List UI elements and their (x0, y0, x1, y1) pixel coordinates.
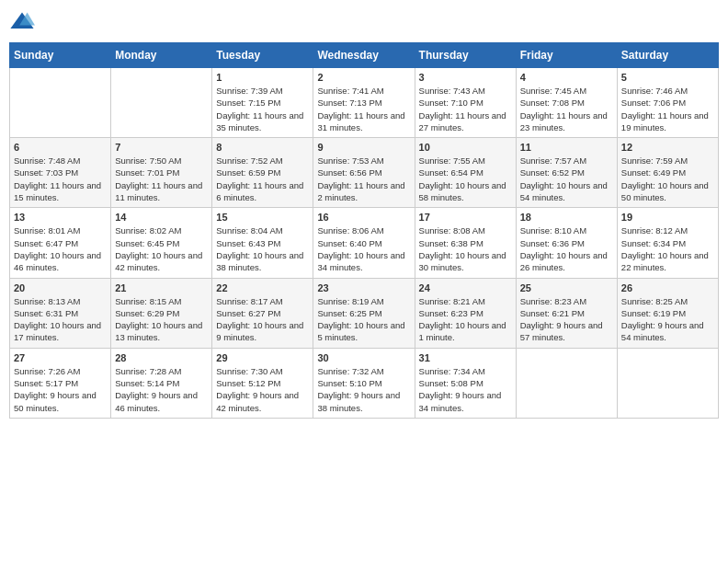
day-info: Sunrise: 8:25 AM Sunset: 6:19 PM Dayligh… (621, 295, 714, 344)
calendar-cell: 21Sunrise: 8:15 AM Sunset: 6:29 PM Dayli… (111, 278, 212, 348)
calendar-week-row: 20Sunrise: 8:13 AM Sunset: 6:31 PM Dayli… (10, 278, 719, 348)
day-number: 26 (621, 282, 714, 293)
day-number: 2 (317, 72, 410, 83)
day-number: 6 (14, 142, 107, 153)
weekday-header: Tuesday (212, 43, 313, 68)
day-number: 14 (115, 212, 208, 223)
weekday-header: Sunday (10, 43, 111, 68)
day-number: 7 (115, 142, 208, 153)
calendar-cell: 13Sunrise: 8:01 AM Sunset: 6:47 PM Dayli… (10, 208, 111, 278)
calendar-cell (516, 348, 617, 418)
day-number: 28 (115, 352, 208, 363)
day-number: 24 (419, 282, 512, 293)
calendar-cell: 22Sunrise: 8:17 AM Sunset: 6:27 PM Dayli… (212, 278, 313, 348)
page-header (9, 9, 719, 35)
day-info: Sunrise: 7:30 AM Sunset: 5:12 PM Dayligh… (216, 365, 309, 414)
weekday-header: Thursday (415, 43, 516, 68)
day-number: 17 (419, 212, 512, 223)
calendar-cell: 4Sunrise: 7:45 AM Sunset: 7:08 PM Daylig… (516, 68, 617, 138)
day-info: Sunrise: 7:57 AM Sunset: 6:52 PM Dayligh… (520, 155, 613, 203)
day-info: Sunrise: 8:17 AM Sunset: 6:27 PM Dayligh… (216, 295, 309, 344)
day-info: Sunrise: 7:55 AM Sunset: 6:54 PM Dayligh… (419, 155, 512, 203)
day-info: Sunrise: 8:12 AM Sunset: 6:34 PM Dayligh… (621, 224, 714, 273)
day-number: 13 (14, 212, 107, 223)
calendar-cell (111, 68, 212, 138)
day-number: 16 (317, 212, 410, 223)
day-info: Sunrise: 7:32 AM Sunset: 5:10 PM Dayligh… (317, 365, 410, 414)
day-number: 31 (419, 352, 512, 363)
calendar-cell: 27Sunrise: 7:26 AM Sunset: 5:17 PM Dayli… (10, 348, 111, 418)
day-number: 15 (216, 212, 309, 223)
calendar-cell: 14Sunrise: 8:02 AM Sunset: 6:45 PM Dayli… (111, 208, 212, 278)
calendar-cell (10, 68, 111, 138)
day-info: Sunrise: 8:10 AM Sunset: 6:36 PM Dayligh… (520, 224, 613, 273)
day-number: 21 (115, 282, 208, 293)
calendar-week-row: 27Sunrise: 7:26 AM Sunset: 5:17 PM Dayli… (10, 348, 719, 418)
calendar-cell: 2Sunrise: 7:41 AM Sunset: 7:13 PM Daylig… (313, 68, 415, 138)
calendar-week-row: 13Sunrise: 8:01 AM Sunset: 6:47 PM Dayli… (10, 208, 719, 278)
day-number: 3 (419, 72, 512, 83)
day-number: 18 (520, 212, 613, 223)
calendar-cell: 28Sunrise: 7:28 AM Sunset: 5:14 PM Dayli… (111, 348, 212, 418)
day-number: 9 (317, 142, 410, 153)
day-info: Sunrise: 8:15 AM Sunset: 6:29 PM Dayligh… (115, 295, 208, 344)
day-number: 5 (621, 72, 714, 83)
calendar-cell: 24Sunrise: 8:21 AM Sunset: 6:23 PM Dayli… (415, 278, 516, 348)
calendar-cell: 6Sunrise: 7:48 AM Sunset: 7:03 PM Daylig… (10, 138, 111, 208)
calendar-cell: 10Sunrise: 7:55 AM Sunset: 6:54 PM Dayli… (415, 138, 516, 208)
day-number: 1 (216, 72, 309, 83)
calendar-cell: 19Sunrise: 8:12 AM Sunset: 6:34 PM Dayli… (617, 208, 718, 278)
day-number: 8 (216, 142, 309, 153)
calendar-week-row: 6Sunrise: 7:48 AM Sunset: 7:03 PM Daylig… (10, 138, 719, 208)
day-info: Sunrise: 7:41 AM Sunset: 7:13 PM Dayligh… (317, 85, 410, 133)
day-info: Sunrise: 7:28 AM Sunset: 5:14 PM Dayligh… (115, 365, 208, 414)
day-number: 23 (317, 282, 410, 293)
day-info: Sunrise: 8:02 AM Sunset: 6:45 PM Dayligh… (115, 224, 208, 273)
day-info: Sunrise: 7:39 AM Sunset: 7:15 PM Dayligh… (216, 85, 309, 133)
logo-icon (9, 9, 35, 35)
calendar-header-row: SundayMondayTuesdayWednesdayThursdayFrid… (10, 43, 719, 68)
day-info: Sunrise: 8:06 AM Sunset: 6:40 PM Dayligh… (317, 224, 410, 273)
day-number: 27 (14, 352, 107, 363)
day-info: Sunrise: 7:59 AM Sunset: 6:49 PM Dayligh… (621, 155, 714, 203)
calendar-cell: 30Sunrise: 7:32 AM Sunset: 5:10 PM Dayli… (313, 348, 415, 418)
weekday-header: Friday (516, 43, 617, 68)
calendar-cell: 1Sunrise: 7:39 AM Sunset: 7:15 PM Daylig… (212, 68, 313, 138)
weekday-header: Wednesday (313, 43, 415, 68)
calendar-cell: 29Sunrise: 7:30 AM Sunset: 5:12 PM Dayli… (212, 348, 313, 418)
day-info: Sunrise: 8:21 AM Sunset: 6:23 PM Dayligh… (419, 295, 512, 344)
day-number: 19 (621, 212, 714, 223)
day-info: Sunrise: 7:43 AM Sunset: 7:10 PM Dayligh… (419, 85, 512, 133)
day-info: Sunrise: 7:45 AM Sunset: 7:08 PM Dayligh… (520, 85, 613, 133)
weekday-header: Monday (111, 43, 212, 68)
day-info: Sunrise: 8:01 AM Sunset: 6:47 PM Dayligh… (14, 224, 107, 273)
calendar-cell: 25Sunrise: 8:23 AM Sunset: 6:21 PM Dayli… (516, 278, 617, 348)
calendar-cell: 23Sunrise: 8:19 AM Sunset: 6:25 PM Dayli… (313, 278, 415, 348)
logo (9, 9, 39, 35)
day-number: 30 (317, 352, 410, 363)
calendar-cell: 18Sunrise: 8:10 AM Sunset: 6:36 PM Dayli… (516, 208, 617, 278)
day-info: Sunrise: 7:26 AM Sunset: 5:17 PM Dayligh… (14, 365, 107, 414)
calendar-cell: 7Sunrise: 7:50 AM Sunset: 7:01 PM Daylig… (111, 138, 212, 208)
day-info: Sunrise: 7:46 AM Sunset: 7:06 PM Dayligh… (621, 85, 714, 133)
calendar-cell: 26Sunrise: 8:25 AM Sunset: 6:19 PM Dayli… (617, 278, 718, 348)
calendar-cell: 3Sunrise: 7:43 AM Sunset: 7:10 PM Daylig… (415, 68, 516, 138)
day-info: Sunrise: 8:19 AM Sunset: 6:25 PM Dayligh… (317, 295, 410, 344)
day-number: 11 (520, 142, 613, 153)
day-info: Sunrise: 8:04 AM Sunset: 6:43 PM Dayligh… (216, 224, 309, 273)
calendar-cell: 12Sunrise: 7:59 AM Sunset: 6:49 PM Dayli… (617, 138, 718, 208)
day-info: Sunrise: 7:48 AM Sunset: 7:03 PM Dayligh… (14, 155, 107, 203)
calendar-cell: 20Sunrise: 8:13 AM Sunset: 6:31 PM Dayli… (10, 278, 111, 348)
calendar-cell: 15Sunrise: 8:04 AM Sunset: 6:43 PM Dayli… (212, 208, 313, 278)
calendar-cell: 11Sunrise: 7:57 AM Sunset: 6:52 PM Dayli… (516, 138, 617, 208)
day-info: Sunrise: 8:08 AM Sunset: 6:38 PM Dayligh… (419, 224, 512, 273)
day-number: 29 (216, 352, 309, 363)
day-number: 10 (419, 142, 512, 153)
day-number: 22 (216, 282, 309, 293)
calendar-cell: 17Sunrise: 8:08 AM Sunset: 6:38 PM Dayli… (415, 208, 516, 278)
day-number: 20 (14, 282, 107, 293)
calendar-cell: 8Sunrise: 7:52 AM Sunset: 6:59 PM Daylig… (212, 138, 313, 208)
day-info: Sunrise: 8:23 AM Sunset: 6:21 PM Dayligh… (520, 295, 613, 344)
day-info: Sunrise: 7:34 AM Sunset: 5:08 PM Dayligh… (419, 365, 512, 414)
calendar-cell: 31Sunrise: 7:34 AM Sunset: 5:08 PM Dayli… (415, 348, 516, 418)
